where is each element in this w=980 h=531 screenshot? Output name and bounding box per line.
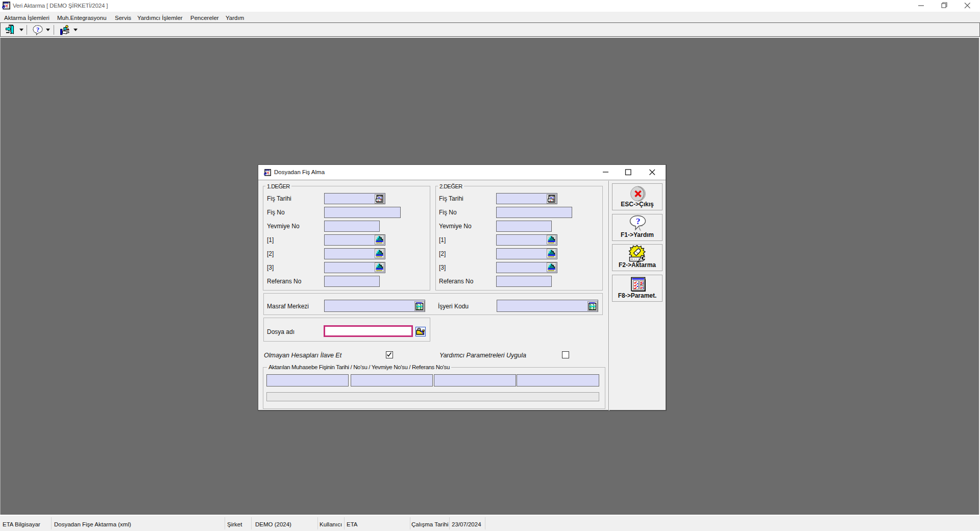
svg-text:EKT: EKT: [7, 7, 10, 9]
svg-text:?: ?: [636, 215, 641, 226]
svg-text:EKT: EKT: [268, 174, 271, 176]
svg-text:?: ?: [36, 26, 39, 33]
